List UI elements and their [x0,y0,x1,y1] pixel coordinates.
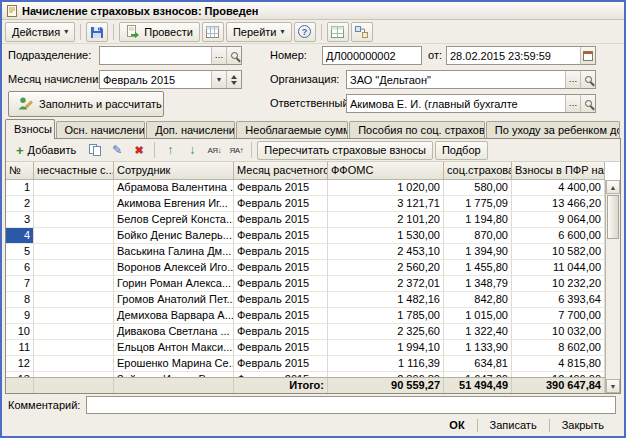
cell-month[interactable]: Февраль 2015 [234,276,328,292]
cell-ffoms[interactable]: 2 453,10 [328,244,444,260]
tab-2[interactable]: Осн. начисления [56,121,146,138]
organization-input[interactable] [347,71,565,88]
cell-accident[interactable] [34,340,114,356]
cell-ffoms[interactable]: 1 116,39 [328,356,444,372]
table-row[interactable]: 11Ельцов Антон Макси...Февраль 20151 994… [6,340,605,356]
cell-ffoms[interactable]: 2 372,01 [328,276,444,292]
cell-ffoms[interactable]: 1 994,10 [328,340,444,356]
table-row[interactable]: 6Воронов Алексей Иго...Февраль 20152 560… [6,260,605,276]
post-button[interactable]: Провести [119,22,200,42]
cell-employee[interactable]: Дивакова Светлана ... [114,324,234,340]
cell-social[interactable]: 842,80 [444,292,512,308]
move-row-down-button[interactable]: ↓ [182,141,202,160]
cell-accident[interactable] [34,228,114,244]
cell-social[interactable]: 1 455,80 [444,260,512,276]
cell-month[interactable]: Февраль 2015 [234,356,328,372]
goto-button[interactable]: Перейти ▾ [226,22,292,42]
table-row[interactable]: 3Белов Сергей Конста...Февраль 20152 101… [6,212,605,228]
accrual-month-input[interactable] [100,71,211,88]
organization-ellipsis-button[interactable]: … [565,71,580,88]
cell-pfr[interactable]: 6 600,00 [512,228,605,244]
cell-ffoms[interactable]: 1 785,00 [328,308,444,324]
recalculate-contributions-button[interactable]: Пересчитать страховые взносы [257,141,433,160]
cell-accident[interactable] [34,324,114,340]
cell-ffoms[interactable]: 2 560,20 [328,260,444,276]
table-row[interactable]: 9Демихова Варвара А...Февраль 20151 785,… [6,308,605,324]
cell-month[interactable]: Февраль 2015 [234,244,328,260]
table-row[interactable]: 1Абрамова Валентина ...Февраль 20151 020… [6,180,605,196]
cell-pfr[interactable]: 9 064,00 [512,212,605,228]
cell-pfr[interactable]: 11 044,00 [512,260,605,276]
cell-employee[interactable]: Ельцов Антон Макси... [114,340,234,356]
cell-social[interactable]: 870,00 [444,228,512,244]
cell-n[interactable]: 9 [6,308,34,324]
cell-month[interactable]: Февраль 2015 [234,340,328,356]
department-open-button[interactable] [226,47,241,64]
cell-social[interactable]: 1 394,90 [444,244,512,260]
accrual-month-spin-button[interactable] [226,71,241,88]
cell-employee[interactable]: Воронов Алексей Иго... [114,260,234,276]
accrual-month-dropdown-button[interactable]: ▾ [211,71,226,88]
cell-pfr[interactable]: 10 232,20 [512,276,605,292]
actions-button[interactable]: Действия ▾ [5,22,75,42]
cell-employee[interactable]: Акимова Евгения Иг... [114,196,234,212]
cell-pfr[interactable]: 4 815,80 [512,356,605,372]
cell-pfr[interactable]: 10 032,00 [512,324,605,340]
cell-n[interactable]: 1 [6,180,34,196]
cell-month[interactable]: Февраль 2015 [234,196,328,212]
cell-month[interactable]: Февраль 2015 [234,212,328,228]
table-row[interactable]: 7Горин Роман Алекса...Февраль 20152 372,… [6,276,605,292]
copy-row-button[interactable] [85,141,105,160]
cell-social[interactable]: 1 133,90 [444,340,512,356]
cell-accident[interactable] [34,292,114,308]
cell-social[interactable]: 1 015,00 [444,308,512,324]
cell-pfr[interactable]: 10 582,00 [512,244,605,260]
cell-accident[interactable] [34,276,114,292]
cell-n[interactable]: 2 [6,196,34,212]
cell-ffoms[interactable]: 2 101,20 [328,212,444,228]
edit-row-button[interactable]: ✎ [107,141,127,160]
comment-input[interactable] [87,397,615,413]
add-row-button[interactable]: + Добавить [9,141,83,160]
column-header[interactable]: Взносы в ПФР на ... [512,162,605,180]
move-row-up-button[interactable]: ↑ [160,141,180,160]
cell-n[interactable]: 8 [6,292,34,308]
tab-1[interactable]: Взносы [5,119,55,139]
cell-accident[interactable] [34,308,114,324]
cell-employee[interactable]: Горин Роман Алекса... [114,276,234,292]
cell-employee[interactable]: Демихова Варвара А... [114,308,234,324]
table-row[interactable]: 10Дивакова Светлана ...Февраль 20152 325… [6,324,605,340]
cell-ffoms[interactable]: 3 121,71 [328,196,444,212]
cell-n[interactable]: 3 [6,212,34,228]
tab-4[interactable]: Необлагаемые суммы [236,121,348,138]
save-button[interactable] [86,22,108,42]
column-header[interactable]: ФФОМС [328,162,444,180]
sort-descending-button[interactable]: ЯА↑ [226,141,246,160]
cell-accident[interactable] [34,212,114,228]
department-input[interactable] [100,47,211,64]
cell-social[interactable]: 634,81 [444,356,512,372]
cell-n[interactable]: 7 [6,276,34,292]
cell-accident[interactable] [34,196,114,212]
cell-employee[interactable]: Бойко Денис Валерь... [114,228,234,244]
tab-5[interactable]: Пособия по соц. страхова... [349,121,485,138]
delete-row-button[interactable]: ✖ [129,141,149,160]
department-ellipsis-button[interactable]: … [211,47,226,64]
close-button[interactable]: Закрыть [552,418,614,432]
sort-ascending-button[interactable]: АЯ↓ [204,141,224,160]
cell-pfr[interactable]: 8 602,00 [512,340,605,356]
cell-employee[interactable]: Васькина Галина Дм... [114,244,234,260]
cell-pfr[interactable]: 4 400,00 [512,180,605,196]
number-input[interactable] [323,47,421,64]
date-input[interactable] [447,47,580,64]
cell-month[interactable]: Февраль 2015 [234,308,328,324]
column-header[interactable]: соц.страхова... [444,162,512,180]
responsible-input[interactable] [347,95,565,112]
cell-n[interactable]: 6 [6,260,34,276]
employee-selection-button[interactable]: Подбор [435,141,488,160]
cell-month[interactable]: Февраль 2015 [234,324,328,340]
cell-month[interactable]: Февраль 2015 [234,292,328,308]
cell-n[interactable]: 12 [6,356,34,372]
scroll-down-button[interactable]: ▼ [606,379,620,393]
cell-employee[interactable]: Ерошенко Марина Се... [114,356,234,372]
